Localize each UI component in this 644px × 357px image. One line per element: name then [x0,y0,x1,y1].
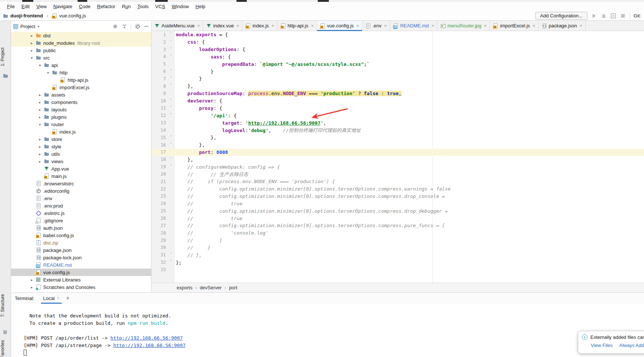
tree-item-views[interactable]: ▸views [11,158,151,165]
tree-item-editorconfig[interactable]: .editorconfig [11,187,151,195]
tab-asidemenu-vue[interactable]: AsideMenu.vue× [151,21,203,31]
tree-chevron-icon[interactable]: ▸ [28,48,36,53]
tree-chevron-icon[interactable]: ▸ [36,100,44,104]
tree-item-env-prod[interactable]: .env.prod [11,202,151,209]
settings-gear-icon[interactable] [135,24,140,29]
close-icon[interactable]: × [580,23,583,28]
tree-item-node-modules[interactable]: ▸node_moduleslibrary root [11,39,151,47]
tree-chevron-icon[interactable]: ▸ [36,152,44,156]
close-icon[interactable]: × [57,296,59,301]
menu-view[interactable]: View [33,3,50,10]
hide-panel-icon[interactable] [144,24,149,29]
tab-env[interactable]: .env× [362,21,390,31]
tree-chevron-icon[interactable]: ▾ [36,63,44,67]
run-with-coverage-icon[interactable] [610,13,616,19]
breadcrumb-file[interactable]: vue.config.js [59,13,86,18]
tree-item-eslintrc-js[interactable]: .eslintrc.js [11,209,151,217]
tree-item-api[interactable]: ▾api [11,61,151,69]
tree-chevron-icon[interactable]: ▸ [28,285,36,289]
tree-item-main-js[interactable]: main.js [11,172,151,180]
tree-item-babel-config-js[interactable]: babel.config.js [11,232,151,239]
collapse-all-icon[interactable] [122,24,127,29]
menu-help[interactable]: Help [192,3,209,10]
tree-item-assets[interactable]: ▸assets [11,91,151,98]
tree-chevron-icon[interactable]: ▸ [36,93,44,97]
close-icon[interactable]: × [236,23,239,28]
tree-item-browserslistrc[interactable]: .browserslistrc [11,180,151,187]
tree-item-http[interactable]: ▾http [11,69,151,76]
menu-code[interactable]: Code [76,3,94,10]
view-files-link[interactable]: View Files [591,343,613,348]
locate-file-icon[interactable]: ⊕ [113,24,118,29]
tree-chevron-icon[interactable]: ▾ [36,122,44,127]
code-editor[interactable]: 1ˇmodule.exports = {2ˇ css: {3ˇ loaderOp… [151,31,644,273]
tree-item-package-lock-json[interactable]: package-lock.json [11,254,151,261]
close-icon[interactable]: × [197,23,200,28]
breadcrumb-project[interactable]: duoji-frontend [10,13,43,18]
tree-item-plugins[interactable]: ▸plugins [11,113,151,121]
menu-file[interactable]: File [4,3,18,10]
tree-item-style[interactable]: ▸style [11,143,151,150]
stripe-structure-button[interactable]: 7: Structure [0,289,11,322]
menu-run[interactable]: Run [119,3,134,10]
tree-item-external-libraries[interactable]: ▸External Libraries [11,276,151,283]
tree-item-store[interactable]: ▸store [11,135,151,143]
tree-item-scratches-and-consoles[interactable]: ▸Scratches and Consoles [11,283,151,291]
project-tool-icon[interactable] [3,73,8,78]
close-icon[interactable]: × [532,23,535,28]
tree-chevron-icon[interactable]: ▸ [36,108,44,112]
stop-icon[interactable] [620,13,626,19]
close-icon[interactable]: × [384,23,387,28]
tab-http-api-js[interactable]: http-api.js× [277,21,317,31]
tree-chevron-icon[interactable]: ▸ [28,278,36,282]
always-add-link[interactable]: Always Add [619,343,644,348]
tree-item-components[interactable]: ▸components [11,98,151,106]
tree-item-http-api-js[interactable]: http-api.js [11,76,151,84]
menu-tools[interactable]: Tools [134,3,152,10]
editor-crumb-port[interactable]: port [229,285,237,290]
tab-package-json[interactable]: package.json× [539,21,586,31]
run-icon[interactable] [591,13,597,19]
tree-item-router[interactable]: ▾router [11,121,151,128]
tab-importexcel-js[interactable]: importExcel.js× [490,21,539,31]
tab-menurouter-jpg[interactable]: menuRouter.jpg× [437,21,490,31]
editor-crumb-devserver[interactable]: devServer [200,285,222,290]
tree-chevron-icon[interactable]: ▸ [36,115,44,119]
close-icon[interactable]: × [272,23,275,28]
tab-index-js[interactable]: index.js× [242,21,277,31]
close-icon[interactable]: × [431,23,434,28]
tree-item-index-js[interactable]: index.js [11,128,151,135]
menu-edit[interactable]: Edit [18,3,33,10]
menu-vcs[interactable]: VCS [152,3,168,10]
tab-vue-config-js[interactable]: vue.config.js× [317,21,362,31]
tree-chevron-icon[interactable]: ▸ [36,145,44,149]
favorites-group-icon[interactable]: ▦ [3,329,7,334]
tree-item-gitignore[interactable]: .gitignore [11,217,151,224]
project-panel-title[interactable]: Project [20,24,35,29]
close-icon[interactable]: × [356,23,359,28]
tree-item-vue-config-js[interactable]: vue.config.js [11,269,151,276]
new-terminal-icon[interactable]: + [66,295,69,302]
close-icon[interactable]: × [311,23,314,28]
tree-item-readme-md[interactable]: README.md [11,261,151,269]
tree-item-importexcel-js[interactable]: importExcel.js [11,84,151,91]
close-icon[interactable]: × [484,23,487,28]
git-widget[interactable]: Git: [634,13,641,18]
tree-item-dist-zip[interactable]: dist.zip [11,239,151,246]
terminal-link[interactable]: http://192.168.66.56:9007 [110,335,183,341]
tree-chevron-icon[interactable]: ▸ [28,34,36,38]
terminal-output[interactable]: Note that the development build is not o… [11,304,644,356]
tree-chevron-icon[interactable]: ▾ [44,71,52,75]
stripe-project-button[interactable]: 1: Project [0,43,11,71]
tree-chevron-icon[interactable]: ▸ [36,159,44,164]
debug-icon[interactable] [601,13,607,19]
tree-item-env[interactable]: .env [11,195,151,202]
tree-chevron-icon[interactable]: ▸ [36,137,44,141]
tree-item-app-vue[interactable]: App.vue [11,165,151,172]
tree-item-src[interactable]: ▾src [11,54,151,61]
tree-chevron-icon[interactable]: ▾ [28,56,36,60]
tab-index-vue[interactable]: index.vue× [203,21,242,31]
tree-item-layouts[interactable]: ▸layouts [11,106,151,113]
chevron-down-icon[interactable]: ▾ [37,24,39,28]
add-configuration-button[interactable]: Add Configuration... [535,12,587,20]
